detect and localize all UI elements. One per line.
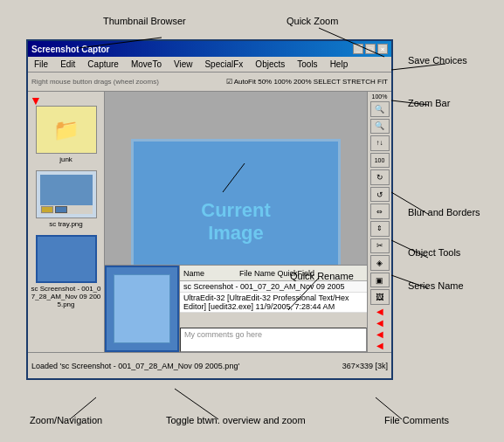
rtb-arrow-1: ◀ xyxy=(376,307,383,316)
menu-capture[interactable]: Capture xyxy=(85,59,121,70)
window-title: Screenshot Captor xyxy=(31,45,109,54)
menu-moveto[interactable]: MoveTo xyxy=(128,59,164,70)
col-name: Name xyxy=(183,269,204,278)
ann-zoom-navigation: Zoom/Navigation xyxy=(30,415,102,425)
ann-quick-zoom: Quick Zoom xyxy=(287,16,338,26)
menu-view[interactable]: View xyxy=(171,59,196,70)
menu-help[interactable]: Help xyxy=(328,59,351,70)
ann-object-tools: Object Tools xyxy=(408,247,460,258)
thumbnail-image-screenshot xyxy=(36,235,97,283)
zoom-percent-label: 100% xyxy=(372,93,388,100)
current-image-label: Current Image xyxy=(201,199,270,245)
maximize-button[interactable]: □ xyxy=(365,44,376,54)
rtb-arrow-2: ◀ xyxy=(376,318,383,328)
flip-v-button[interactable]: ⇕ xyxy=(370,221,390,237)
thumbnail-item-tray[interactable]: sc tray.png xyxy=(28,167,104,231)
zoom-in-button[interactable]: 🔍 xyxy=(370,101,390,117)
file-comments-input[interactable]: My comments go here xyxy=(180,328,367,352)
object-button[interactable]: 🖼 xyxy=(370,289,390,305)
scroll-indicator: ▼ xyxy=(30,93,42,107)
zoom-100-button[interactable]: 100 xyxy=(370,153,390,169)
image-size-info: 367×339 [3k] xyxy=(342,362,388,370)
close-button[interactable]: × xyxy=(377,44,388,54)
fit-button[interactable]: ↑↓ xyxy=(370,135,390,151)
menu-objects[interactable]: Objects xyxy=(252,59,287,70)
ann-file-comments: File Comments xyxy=(384,415,449,425)
rtb-arrow-4: ◀ xyxy=(376,341,383,350)
thumbnail-label-screenshot: sc Screenshot - 001_07_28_AM_Nov 09 2005… xyxy=(30,285,102,308)
file-row-2[interactable]: UltraEdit-32 [UltraEdit-32 Professional … xyxy=(180,293,367,313)
crop-button[interactable]: ✂ xyxy=(370,238,390,254)
toolbar-options: ☑ AutoFit 50% 100% 200% SELECT STRETCH F… xyxy=(226,78,388,86)
rotate-ccw-button[interactable]: ↺ xyxy=(370,187,390,203)
status-bar: Loaded 'sc Screenshot - 001_07_28_AM_Nov… xyxy=(28,352,391,378)
flip-h-button[interactable]: ⇔ xyxy=(370,204,390,219)
right-toolbar: 100% 🔍 🔍 ↑↓ 100 ↻ ↺ ⇔ ⇕ ✂ ◈ ▣ 🖼 ◀ ◀ ◀ ◀ xyxy=(367,92,391,352)
status-text: Loaded 'sc Screenshot - 001_07_28_AM_Nov… xyxy=(31,362,239,370)
toolbar-hint: Right mouse button drags (wheel zooms) xyxy=(31,78,159,86)
thumbnail-image-tray xyxy=(36,170,97,218)
rotate-cw-button[interactable]: ↻ xyxy=(370,169,390,185)
blur-button[interactable]: ◈ xyxy=(370,255,390,271)
menu-tools[interactable]: Tools xyxy=(294,59,320,70)
ann-blur-borders: Blur and Borders xyxy=(408,207,480,218)
thumbnail-item-folder[interactable]: 📁 junk xyxy=(28,102,104,167)
titlebar-buttons: _ □ × xyxy=(353,44,388,54)
ann-save-choices: Save Choices xyxy=(408,55,467,66)
menu-file[interactable]: File xyxy=(31,59,51,70)
ann-series-name: Series Name xyxy=(408,280,464,291)
window-titlebar: Screenshot Captor _ □ × xyxy=(28,41,391,57)
ann-toggle-overview: Toggle btwn. overview and zoom xyxy=(166,415,306,425)
ann-zoom-bar: Zoom Bar xyxy=(408,98,450,108)
ann-thumbnail-browser: Thumbnail Browser xyxy=(103,16,186,26)
menu-edit[interactable]: Edit xyxy=(58,59,78,70)
file-row-1[interactable]: sc Screenshot - 001_07_20_AM_Nov 09 2005 xyxy=(180,281,367,293)
rtb-arrow-3: ◀ xyxy=(376,329,383,339)
panel-rows: sc Screenshot - 001_07_20_AM_Nov 09 2005… xyxy=(180,281,367,328)
minimize-button[interactable]: _ xyxy=(353,44,363,54)
thumbnail-panel: ▼ 📁 junk sc tray.png sc Screenshot - 001… xyxy=(28,92,105,352)
menu-specialfx[interactable]: SpecialFx xyxy=(202,59,245,70)
thumbnail-label-junk: junk xyxy=(59,155,72,163)
folder-icon: 📁 xyxy=(36,106,97,154)
menubar: File Edit Capture MoveTo View SpecialFx … xyxy=(28,57,391,73)
toolbar: Right mouse button drags (wheel zooms) ☑… xyxy=(28,73,391,92)
ann-quick-rename: Quick Rename xyxy=(290,271,354,281)
zoom-out-button[interactable]: 🔍 xyxy=(370,119,390,135)
screenshot-captor-window: Screenshot Captor _ □ × File Edit Captur… xyxy=(26,39,393,380)
zoom-navigation-thumb[interactable] xyxy=(105,266,179,352)
thumbnail-label-tray: sc tray.png xyxy=(49,220,83,228)
border-button[interactable]: ▣ xyxy=(370,273,390,288)
thumbnail-item-screenshot[interactable]: sc Screenshot - 001_07_28_AM_Nov 09 2005… xyxy=(28,231,104,312)
zoom-nav-inner xyxy=(114,274,170,343)
